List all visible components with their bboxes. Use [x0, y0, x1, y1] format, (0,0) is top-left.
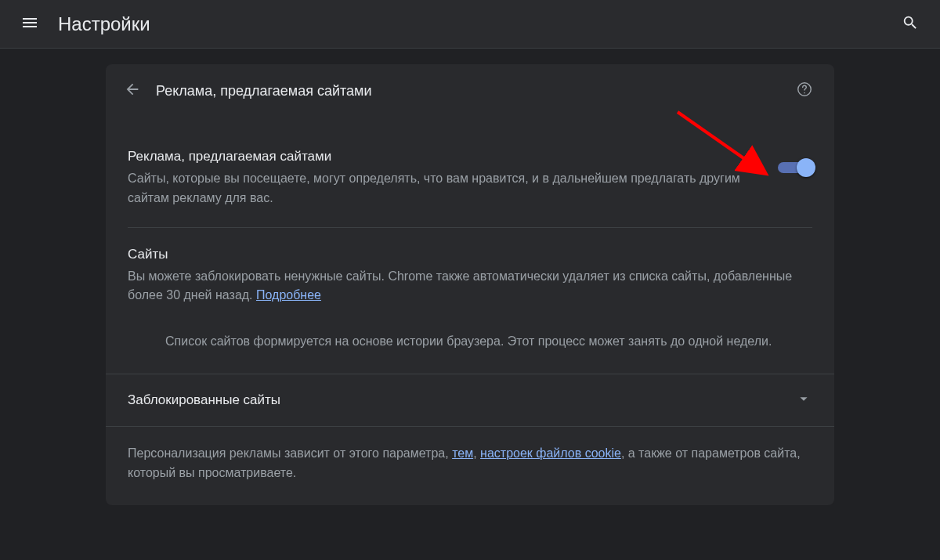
help-button[interactable]	[790, 77, 819, 105]
app-title: Настройки	[58, 13, 893, 35]
themes-link[interactable]: тем	[452, 446, 473, 460]
footer-text-2: ,	[473, 446, 480, 460]
help-circle-icon	[796, 81, 813, 101]
sites-section: Сайты Вы можете заблокировать ненужные с…	[106, 228, 834, 325]
cookie-settings-link[interactable]: настроек файлов cookie	[480, 446, 621, 460]
footer-text-1: Персонализация рекламы зависит от этого …	[128, 446, 452, 460]
toggle-thumb	[797, 158, 815, 177]
footer-note: Персонализация рекламы зависит от этого …	[106, 427, 834, 505]
svg-point-1	[804, 92, 805, 94]
chevron-down-icon	[795, 390, 812, 410]
search-icon	[902, 14, 919, 34]
settings-panel: Реклама, предлагаемая сайтами Реклама, п…	[106, 64, 834, 505]
sites-description-text: Вы можете заблокировать ненужные сайты. …	[128, 269, 792, 302]
panel-header: Реклама, предлагаемая сайтами	[106, 64, 834, 117]
search-button[interactable]	[893, 7, 927, 42]
sites-description: Вы можете заблокировать ненужные сайты. …	[128, 267, 812, 306]
site-suggested-ads-setting: Реклама, предлагаемая сайтами Сайты, кот…	[106, 117, 834, 227]
sites-note: Список сайтов формируется на основе исто…	[106, 324, 834, 374]
blocked-sites-row[interactable]: Заблокированные сайты	[106, 374, 834, 426]
menu-button[interactable]	[13, 7, 47, 42]
setting-description: Сайты, которые вы посещаете, могут опред…	[128, 169, 759, 208]
arrow-left-icon	[124, 81, 141, 101]
setting-title: Реклама, предлагаемая сайтами	[128, 149, 759, 164]
menu-icon	[20, 13, 39, 35]
sites-title: Сайты	[128, 247, 812, 262]
blocked-sites-label: Заблокированные сайты	[128, 392, 795, 408]
site-suggested-ads-toggle[interactable]	[778, 160, 812, 175]
learn-more-link[interactable]: Подробнее	[256, 288, 321, 302]
panel-title: Реклама, предлагаемая сайтами	[156, 83, 790, 99]
app-bar: Настройки	[0, 0, 940, 49]
back-button[interactable]	[117, 75, 148, 107]
